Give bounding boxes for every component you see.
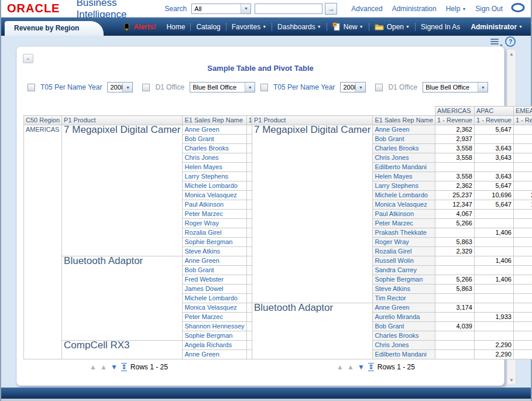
year-checkbox[interactable] [260,84,268,91]
region-column-header[interactable]: AMERICAS [435,107,475,116]
sales-rep-cell[interactable]: Charles Brooks [373,331,435,341]
sales-rep-cell[interactable]: Sandra Carrey [373,266,435,275]
chevron-down-icon[interactable]: ▼ [478,83,488,92]
sales-rep-cell[interactable]: Peter Marzec [183,210,246,219]
sales-rep-cell[interactable]: Edilberto Mandani [373,163,435,172]
pager-all-rows-icon[interactable]: ⇕ [121,363,127,371]
chevron-down-icon[interactable]: ▼ [241,4,250,13]
sales-rep-cell[interactable]: Anne Green [183,125,246,135]
menu-dashboards[interactable]: Dashboards▼ [277,23,321,31]
sales-rep-cell[interactable]: Steve Atkins [183,247,246,256]
column-header[interactable]: 1 - Revenue [474,116,513,125]
column-header[interactable]: P1 Product [62,116,183,125]
pager-previous-icon[interactable]: ▲ [347,364,354,371]
sales-rep-cell[interactable]: Anne Green [183,350,246,359]
sales-rep-cell[interactable]: Roger Wray [183,219,246,228]
administration-link[interactable]: Administration [392,5,437,13]
sales-rep-cell[interactable]: Edilberto Mandani [373,350,435,359]
sales-rep-cell[interactable]: Bob Grant [373,135,435,144]
sales-rep-cell[interactable]: Larry Stephens [373,181,435,191]
sales-rep-cell[interactable]: Prakash Thekkate [373,228,435,238]
year-select[interactable]: 2008 ▼ [340,82,366,92]
sales-rep-cell[interactable]: Monica Velasquez [183,303,246,313]
pager-previous-icon[interactable]: ▲ [100,364,107,371]
office-select[interactable]: Blue Bell Office ▼ [423,82,488,92]
region-column-header[interactable]: EMEA [513,107,532,116]
sales-rep-cell[interactable]: James Dowel [183,285,246,294]
column-header[interactable]: 1 - Revenue [435,116,475,125]
menu-favorites[interactable]: Favorites▼ [232,23,266,31]
year-checkbox[interactable] [28,84,35,91]
sign-out-link[interactable]: Sign Out [475,5,503,13]
sales-rep-cell[interactable]: Anne Green [183,256,246,266]
chevron-down-icon[interactable]: ▼ [245,83,255,92]
sales-rep-cell[interactable]: Rozalia Girel [183,228,246,238]
sales-rep-cell[interactable]: Monica Velasquez [373,200,435,210]
column-header[interactable]: P1 Product [252,116,373,125]
sales-rep-cell[interactable]: Sophie Bergman [373,275,435,285]
search-scope-select[interactable]: All ▼ [191,4,251,14]
sales-rep-cell[interactable]: Sophie Bergman [183,238,246,247]
sales-rep-cell[interactable]: Bob Grant [373,322,435,331]
help-icon[interactable]: ? [505,36,516,49]
menu-open[interactable]: Open▼ [375,23,410,31]
column-header[interactable]: 1 - Revenue [513,116,532,125]
search-input[interactable] [255,4,322,14]
sales-rep-cell[interactable]: Bob Grant [183,135,246,144]
sales-rep-cell[interactable]: Chris Jones [373,153,435,163]
pager-all-rows-icon[interactable]: ⇕ [368,363,374,371]
year-prompt-link[interactable]: T05 Per Name Year [40,83,102,91]
pager-first-icon[interactable]: ▲ [337,364,344,371]
sales-rep-cell[interactable]: Chris Jones [183,153,246,163]
office-select[interactable]: Blue Bell Office ▼ [190,82,255,92]
sales-rep-cell[interactable]: Aurelio Miranda [373,313,435,322]
sales-rep-cell[interactable]: Chris Jones [373,341,435,350]
pager-next-icon[interactable]: ▼ [111,364,118,371]
sales-rep-cell[interactable]: Tim Rector [373,294,435,303]
tab-revenue-by-region[interactable]: Revenue by Region [5,21,104,36]
office-checkbox[interactable] [142,84,150,91]
sales-rep-cell[interactable]: Charles Brooks [183,144,246,153]
sales-rep-cell[interactable]: Monica Velasquez [183,191,246,200]
column-header[interactable]: C50 Region [24,116,62,125]
office-checkbox[interactable] [375,84,383,91]
sales-rep-cell[interactable]: Angela Richards [183,341,246,350]
scroll-down-icon[interactable]: ▼ [509,376,514,385]
sales-rep-cell[interactable]: Michele Lombardo [183,181,246,191]
sales-rep-cell[interactable]: Charles Brooks [373,144,435,153]
advanced-link[interactable]: Advanced [351,5,382,13]
sales-rep-cell[interactable]: Paul Atkinson [373,210,435,219]
sales-rep-cell[interactable]: Paul Atkinson [183,200,246,210]
search-go-button[interactable]: → [325,3,337,15]
sales-rep-cell[interactable]: Anne Green [373,303,435,313]
sales-rep-cell[interactable]: Michele Lombardo [373,191,435,200]
sales-rep-cell[interactable]: Sophie Bergman [183,331,246,341]
sales-rep-cell[interactable]: Russell Wolin [373,256,435,266]
pager-next-icon[interactable]: ▼ [358,364,365,371]
sales-rep-cell[interactable]: Peter Marzec [183,313,246,322]
column-header[interactable]: E1 Sales Rep Name [373,116,435,125]
sales-rep-cell[interactable]: Shannon Hennessey [183,322,246,331]
menu-home[interactable]: Home [166,23,185,31]
menu-new[interactable]: ★ New▼ [332,22,363,31]
sales-rep-cell[interactable]: Michele Lombardo [183,294,246,303]
sales-rep-cell[interactable]: Bob Grant [183,266,246,275]
year-select[interactable]: 2008 ▼ [107,82,133,92]
column-header[interactable]: E1 Sales Rep Name [183,116,246,125]
sales-rep-cell[interactable]: Roger Wray [373,238,435,247]
sales-rep-cell[interactable]: Rozalia Girel [373,247,435,256]
sales-rep-cell[interactable]: Helen Mayes [183,163,246,172]
help-menu[interactable]: Help▼ [446,5,466,13]
year-prompt-link[interactable]: T05 Per Name Year [273,83,335,91]
region-column-header[interactable]: APAC [474,107,513,116]
sales-rep-cell[interactable]: Peter Marzec [373,219,435,228]
alerts-link[interactable]: Alerts! [123,23,156,31]
sales-rep-cell[interactable]: Fred Webster [183,275,246,285]
sales-rep-cell[interactable]: Larry Stephens [183,172,246,181]
menu-catalog[interactable]: Catalog [196,23,220,31]
chevron-down-icon[interactable]: ▼ [122,83,132,92]
scroll-up-icon[interactable]: ▲ [509,50,514,59]
user-menu[interactable]: Administrator▼ [471,23,523,31]
sales-rep-cell[interactable]: Anne Green [373,125,435,135]
pager-first-icon[interactable]: ▲ [90,364,97,371]
